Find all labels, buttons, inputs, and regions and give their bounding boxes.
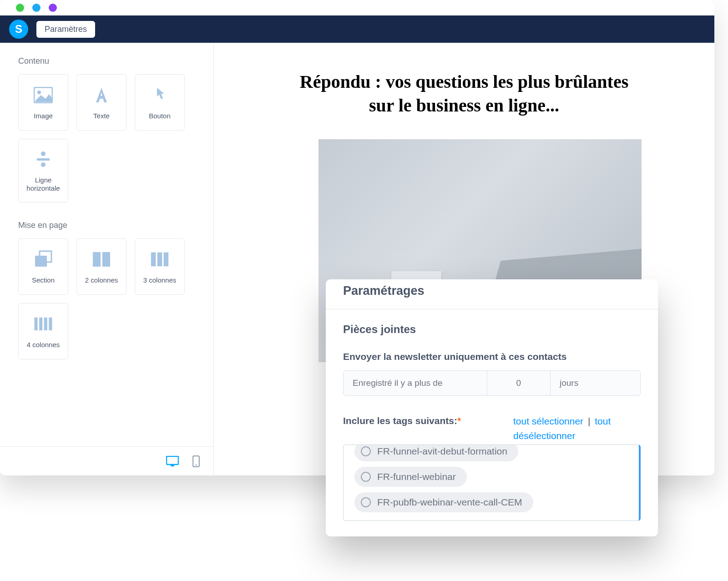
- section-icon: [33, 249, 54, 270]
- svg-rect-9: [151, 253, 156, 267]
- tag-label: FR-pubfb-webinar-vente-call-CEM: [377, 497, 522, 508]
- filter-suffix-input[interactable]: jours: [551, 370, 641, 396]
- svg-rect-3: [37, 158, 50, 161]
- page-headline[interactable]: Répondu : vos questions les plus brûlant…: [214, 70, 714, 117]
- tag-option[interactable]: FR-funnel-avit-debut-formation: [354, 445, 518, 461]
- headline-line1: Répondu : vos questions les plus brûlant…: [300, 71, 628, 92]
- filter-value-input[interactable]: 0: [487, 370, 551, 396]
- tile-button[interactable]: Bouton: [135, 74, 185, 131]
- tags-actions: tout sélectionner | tout désélectionner: [513, 414, 641, 443]
- sidebar: Contenu Image Texte: [0, 43, 214, 475]
- tag-option[interactable]: FR-pubfb-webinar-vente-call-CEM: [354, 492, 533, 512]
- svg-rect-6: [35, 256, 47, 267]
- svg-point-2: [41, 152, 46, 156]
- tile-label: Ligne horizontale: [19, 176, 68, 192]
- tile-label: Bouton: [146, 112, 173, 120]
- attachments-heading: Pièces jointes: [343, 323, 641, 336]
- send-filter-label: Envoyer la newsletter uniquement à ces c…: [343, 351, 641, 362]
- device-toggle-bar: [0, 446, 213, 475]
- window-close-dot[interactable]: [16, 4, 24, 12]
- filter-prefix-select[interactable]: Enregistré il y a plus de: [343, 370, 487, 396]
- tile-text[interactable]: Texte: [76, 74, 126, 131]
- window-max-dot[interactable]: [49, 4, 57, 12]
- select-all-link[interactable]: tout sélectionner: [513, 416, 583, 426]
- tile-4cols[interactable]: 4 colonnes: [18, 303, 68, 359]
- svg-rect-11: [164, 253, 169, 267]
- text-icon: [91, 85, 112, 106]
- tile-label: Texte: [91, 112, 112, 120]
- tile-label: 3 colonnes: [141, 276, 179, 284]
- svg-rect-12: [35, 318, 38, 330]
- tag-list[interactable]: FR-funnel-avit-debut-formation FR-funnel…: [343, 445, 641, 521]
- tile-label: Image: [31, 112, 56, 120]
- include-tags-label: Inclure les tags suivants:*: [343, 414, 461, 427]
- tags-header: Inclure les tags suivants:* tout sélecti…: [343, 414, 641, 443]
- svg-rect-17: [171, 465, 174, 466]
- svg-rect-16: [167, 456, 178, 465]
- headline-line2: sur le business en ligne...: [369, 95, 559, 116]
- radio-icon: [361, 472, 371, 482]
- tile-label: 4 colonnes: [24, 341, 63, 349]
- layout-tiles: Section 2 colonnes 3 colonnes: [18, 238, 195, 359]
- tile-2cols[interactable]: 2 colonnes: [76, 238, 126, 295]
- window-min-dot[interactable]: [32, 4, 40, 12]
- topbar: S Paramètres: [0, 15, 714, 43]
- settings-panel: Paramétrages Pièces jointes Envoyer la n…: [326, 279, 658, 536]
- layout-section-label: Mise en page: [18, 221, 195, 230]
- tag-label: FR-funnel-webinar: [377, 471, 456, 482]
- tile-3cols[interactable]: 3 colonnes: [135, 238, 185, 295]
- svg-point-4: [41, 162, 46, 167]
- panel-body: Pièces jointes Envoyer la newsletter uni…: [326, 309, 658, 536]
- tag-option[interactable]: FR-funnel-webinar: [354, 467, 467, 487]
- filter-input-row: Enregistré il y a plus de 0 jours: [343, 370, 641, 396]
- svg-rect-7: [93, 252, 101, 267]
- tile-label: 2 colonnes: [82, 276, 121, 284]
- content-tiles: Image Texte Bouton: [18, 74, 195, 202]
- svg-rect-8: [102, 252, 110, 267]
- tile-image[interactable]: Image: [18, 74, 68, 131]
- tile-label: Section: [29, 276, 57, 284]
- svg-rect-13: [39, 318, 42, 330]
- content-section-label: Contenu: [18, 56, 195, 66]
- panel-header: Paramétrages: [326, 279, 658, 309]
- mobile-view-icon[interactable]: [192, 455, 200, 467]
- svg-rect-14: [44, 318, 47, 330]
- cols3-icon: [149, 249, 170, 270]
- tile-section[interactable]: Section: [18, 238, 68, 295]
- tile-hr[interactable]: Ligne horizontale: [18, 139, 68, 202]
- svg-rect-15: [49, 318, 52, 330]
- cols4-icon: [33, 313, 54, 334]
- params-button[interactable]: Paramètres: [36, 21, 95, 38]
- cols2-icon: [91, 249, 112, 270]
- desktop-view-icon[interactable]: [166, 456, 179, 467]
- svg-rect-10: [157, 253, 162, 267]
- tag-label: FR-funnel-avit-debut-formation: [377, 446, 507, 457]
- separator: |: [588, 416, 590, 426]
- radio-icon: [361, 497, 371, 507]
- hr-icon: [33, 149, 54, 170]
- app-logo[interactable]: S: [9, 20, 28, 39]
- titlebar: [0, 0, 714, 15]
- panel-title: Paramétrages: [343, 284, 641, 298]
- button-icon: [149, 85, 170, 106]
- svg-point-1: [37, 91, 41, 94]
- radio-icon: [361, 446, 371, 456]
- svg-point-19: [196, 464, 197, 465]
- image-icon: [33, 85, 54, 106]
